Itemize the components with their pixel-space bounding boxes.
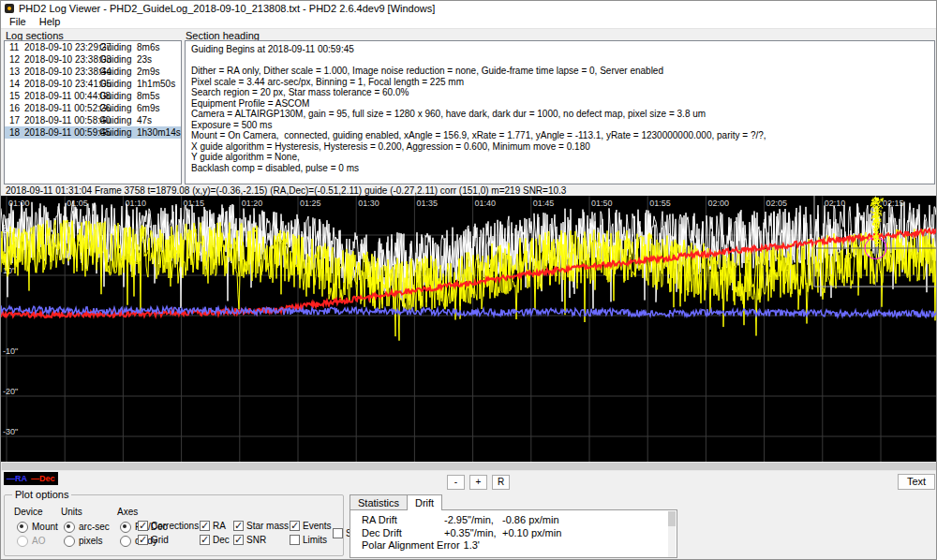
checkbox-box[interactable] (138, 535, 148, 545)
menu-file[interactable]: File (3, 16, 33, 28)
log-row[interactable]: 172018-09-11 00:58:40Guiding47s (5, 114, 181, 126)
tab-statistics[interactable]: Statistics (350, 494, 408, 509)
log-cell-dur: 8m6s (137, 41, 181, 53)
option-group-title: Axes (117, 507, 160, 517)
stat-value-arcsec: +0.35"/min, (444, 527, 502, 540)
log-row[interactable]: 122018-09-10 23:38:03Guiding23s (5, 53, 181, 66)
option-group-title: Device (14, 507, 53, 517)
stat-value-pixels: +0.10 px/min (502, 527, 561, 540)
radio-button[interactable] (64, 522, 75, 533)
stats-scrollbar[interactable] (668, 511, 676, 557)
svg-text:01:50: 01:50 (591, 199, 613, 208)
log-cell-time: 2018-09-11 00:58:40 (24, 114, 99, 126)
svg-text:01:10: 01:10 (125, 199, 146, 208)
checkbox-limits[interactable]: Limits (290, 535, 333, 545)
checkbox-box[interactable] (333, 528, 343, 538)
log-cell-num: 16 (5, 102, 24, 114)
radio-label: Mount (32, 522, 58, 532)
stats-panel: StatisticsDrift RA Drift-2.95"/min,-0.86… (350, 494, 677, 558)
checkbox-label: Grid (151, 535, 169, 545)
checkbox-box[interactable] (290, 521, 300, 531)
checkbox-label: Star mass (246, 521, 289, 531)
checkbox-label: Dec (213, 535, 230, 545)
zoom-in-button[interactable]: + (469, 475, 487, 490)
checkbox-box[interactable] (290, 535, 300, 545)
log-cell-num: 18 (5, 126, 24, 139)
tab-drift[interactable]: Drift (407, 494, 442, 510)
checkbox-corrections[interactable]: Corrections (138, 521, 200, 531)
stat-label: Dec Drift (362, 527, 444, 540)
guide-chart[interactable]: 01:0001:0501:1001:1501:2001:2501:3001:35… (1, 196, 937, 462)
svg-text:01:20: 01:20 (242, 199, 263, 208)
menu-help[interactable]: Help (33, 16, 67, 28)
radio-mount[interactable]: Mount (14, 520, 53, 534)
stats-tabs: StatisticsDrift (350, 494, 441, 509)
radio-button[interactable] (17, 536, 28, 547)
log-cell-num: 15 (5, 90, 24, 102)
menu-bar: FileHelp (1, 16, 936, 29)
log-row[interactable]: 142018-09-10 23:41:05Guiding1h1m50s (5, 78, 181, 90)
log-row[interactable]: 132018-09-10 23:38:44Guiding2m9s (5, 66, 181, 78)
radio-ao[interactable]: AO (14, 534, 53, 548)
svg-text:01:25: 01:25 (300, 199, 321, 208)
checkbox-grid[interactable]: Grid (138, 535, 200, 545)
stat-label: Polar Alignment Error (362, 539, 464, 553)
radio-button[interactable] (17, 522, 28, 533)
log-cell-num: 12 (5, 53, 24, 66)
log-cell-time: 2018-09-11 00:44:08 (24, 90, 99, 102)
checkbox-label: Limits (303, 535, 327, 545)
log-row[interactable]: 162018-09-11 00:52:26Guiding6m9s (5, 102, 181, 114)
zoom-out-button[interactable]: - (447, 475, 465, 490)
radio-arc-sec[interactable]: arc-sec (61, 520, 110, 534)
log-cell-time: 2018-09-10 23:29:27 (24, 41, 99, 53)
radio-pixels[interactable]: pixels (61, 534, 110, 548)
title-bar: PHD2 Log Viewer - PHD2_GuideLog_2018-09-… (1, 1, 936, 16)
stat-value-pixels: -0.86 px/min (502, 514, 559, 527)
log-cell-type: Guiding (99, 41, 137, 53)
stat-row: Polar Alignment Error1.3' (362, 539, 677, 553)
stats-scrollbar-thumb[interactable] (668, 511, 676, 526)
reset-zoom-button[interactable]: R (492, 475, 510, 490)
radio-button[interactable] (120, 522, 131, 533)
svg-text:01:35: 01:35 (416, 199, 438, 208)
text-view-button[interactable]: Text (898, 474, 935, 490)
log-cell-dur: 6m9s (137, 102, 181, 114)
checkbox-ra[interactable]: RA (200, 521, 233, 531)
svg-text:-10": -10" (3, 346, 18, 356)
svg-text:-30": -30" (3, 427, 18, 436)
log-row[interactable]: 112018-09-10 23:29:27Guiding8m6s (5, 41, 181, 53)
plot-options-label: Plot options (12, 489, 71, 500)
chart-horizontal-scrollbar[interactable] (1, 462, 937, 471)
scrollbar-thumb[interactable] (2, 463, 936, 470)
checkbox-snr[interactable]: SNR (233, 535, 290, 545)
option-group-device: DeviceMountAO (14, 507, 53, 548)
svg-text:-20": -20" (3, 387, 18, 396)
checkbox-box[interactable] (200, 535, 210, 545)
checkbox-dec[interactable]: Dec (200, 535, 233, 545)
log-row[interactable]: 182018-09-11 00:59:45Guiding1h30m14s (5, 126, 181, 139)
checkbox-events[interactable]: Events (290, 521, 333, 531)
svg-text:02:00: 02:00 (707, 199, 729, 208)
log-sections-list[interactable]: 112018-09-10 23:29:27Guiding8m6s122018-0… (4, 40, 182, 184)
stats-body: RA Drift-2.95"/min,-0.86 px/minDec Drift… (350, 509, 677, 558)
checkbox-star-mass[interactable]: Star mass (233, 521, 290, 531)
radio-button[interactable] (64, 536, 75, 547)
log-cell-num: 14 (5, 78, 24, 90)
log-row[interactable]: 152018-09-11 00:44:08Guiding8m5s (5, 90, 181, 102)
app-icon (5, 4, 14, 13)
radio-label: AO (32, 536, 45, 546)
checkbox-label: Corrections (151, 521, 199, 531)
log-cell-type: Guiding (99, 90, 137, 102)
legend-dec: —Dec (31, 474, 55, 483)
checkbox-box[interactable] (233, 535, 244, 545)
section-heading-box[interactable]: Guiding Begins at 2018-09-11 00:59:45 Di… (185, 40, 935, 184)
log-cell-type: Guiding (99, 53, 137, 66)
stat-label: RA Drift (362, 514, 444, 527)
log-cell-dur: 2m9s (137, 66, 181, 78)
checkbox-box[interactable] (138, 521, 148, 531)
checkbox-box[interactable] (233, 521, 244, 531)
log-cell-dur: 23s (137, 53, 181, 66)
radio-label: pixels (79, 536, 103, 546)
radio-button[interactable] (120, 536, 131, 547)
checkbox-box[interactable] (200, 521, 210, 531)
